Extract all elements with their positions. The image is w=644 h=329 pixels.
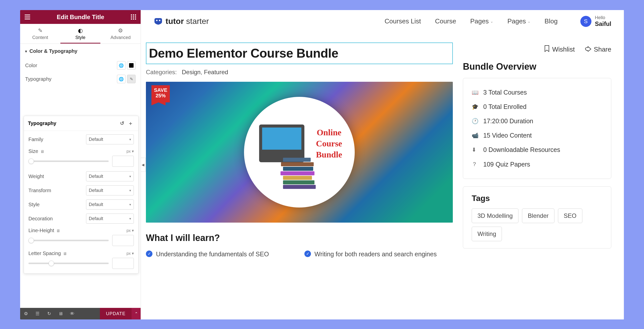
hero-text: Online Course Bundle [316, 127, 342, 160]
learn-item: ✓Writing for both readers and search eng… [304, 250, 453, 259]
desktop-icon[interactable]: 🖥 [63, 252, 67, 256]
panel-title: Edit Bundle Title [57, 14, 104, 21]
weight-select[interactable]: Default [86, 171, 134, 181]
panel-header: Edit Bundle Title [20, 10, 141, 24]
collapse-panel-icon[interactable]: ◀ [141, 158, 146, 172]
bundle-hero-image: SAVE 25% [146, 82, 453, 223]
tab-content[interactable]: ✎Content [20, 24, 60, 44]
hamburger-icon[interactable] [25, 15, 30, 19]
style-select[interactable]: Default [86, 199, 134, 210]
site-header: tutor starter Courses List Course Pages⌄… [141, 10, 624, 32]
greeting: Hello [595, 15, 611, 20]
overview-card: 📖3 Total Courses 🎓0 Total Enrolled 🕐17:2… [463, 78, 611, 179]
transform-label: Transform [28, 188, 51, 193]
video-icon: 📹 [472, 132, 478, 139]
books-graphic [283, 157, 318, 190]
color-swatch[interactable] [127, 61, 136, 70]
nav-pages-1[interactable]: Pages⌄ [470, 17, 493, 25]
tab-advanced[interactable]: ⚙Advanced [100, 24, 141, 44]
bundle-title-widget[interactable]: Demo Elementor Course Bundle [146, 43, 453, 64]
learn-item: ✓Understanding the fundamentals of SEO [146, 250, 294, 259]
size-slider[interactable] [28, 160, 109, 162]
tab-style[interactable]: ◐Style [60, 24, 101, 44]
desktop-icon[interactable]: 🖥 [56, 229, 60, 233]
lineheight-slider[interactable] [28, 240, 109, 241]
history-icon[interactable]: ↻ [43, 311, 55, 316]
navigator-icon[interactable]: ☰ [32, 311, 43, 316]
transform-select[interactable]: Default [86, 185, 134, 195]
row-typography: Typography 🌐 ✎ [20, 72, 141, 86]
svg-point-1 [159, 20, 160, 21]
overview-item: 🕐17:20:00 Duration [472, 114, 602, 128]
size-unit[interactable]: px ▾ [127, 149, 134, 154]
user-menu[interactable]: S Hello Saiful [580, 15, 611, 27]
site-logo[interactable]: tutor starter [153, 17, 209, 26]
category-link[interactable]: Design [182, 69, 201, 75]
chevron-down-icon: ⌄ [490, 19, 493, 23]
lineheight-unit[interactable]: px ▾ [127, 228, 134, 233]
globe-icon[interactable]: 🌐 [117, 61, 126, 70]
tags-card: Tags 3D Modelling Blender SEO Writing [463, 186, 611, 249]
tag[interactable]: SEO [558, 209, 582, 223]
contrast-icon: ◐ [60, 27, 101, 34]
tags-title: Tags [472, 194, 602, 203]
globe-icon[interactable]: 🌐 [117, 75, 126, 83]
settings-icon[interactable]: ⚙ [20, 311, 32, 316]
share-icon [585, 46, 591, 53]
family-label: Family [28, 137, 43, 142]
letterspacing-input[interactable] [112, 258, 134, 269]
nav-courses-list[interactable]: Courses List [385, 17, 421, 25]
category-link[interactable]: Featured [204, 69, 228, 75]
monitor-graphic [259, 125, 304, 162]
logo-icon [153, 18, 163, 25]
svg-point-0 [156, 20, 158, 21]
desktop-icon[interactable]: 🖥 [40, 149, 44, 154]
tag[interactable]: 3D Modelling [472, 209, 518, 223]
avatar: S [580, 16, 591, 27]
letterspacing-unit[interactable]: px ▾ [127, 251, 134, 256]
overview-item: 📖3 Total Courses [472, 85, 602, 100]
section-color-typography[interactable]: ▾ Color & Typography [20, 44, 141, 59]
row-color: Color 🌐 [20, 59, 141, 72]
panel-tabs: ✎Content ◐Style ⚙Advanced [20, 24, 141, 44]
preview-icon[interactable]: 👁 [66, 311, 78, 316]
style-label: Style [28, 202, 39, 208]
overview-item: ？109 Quiz Papers [472, 157, 602, 172]
add-icon[interactable]: ＋ [127, 119, 134, 127]
family-select[interactable]: Default [86, 134, 134, 144]
reset-icon[interactable]: ↺ [118, 119, 126, 127]
edit-typography-icon[interactable]: ✎ [127, 75, 136, 83]
decoration-label: Decoration [28, 216, 53, 222]
chevron-down-icon: ⌄ [528, 19, 531, 23]
username: Saiful [595, 20, 611, 27]
bookmark-icon [544, 45, 550, 54]
share-button[interactable]: Share [585, 45, 611, 54]
lineheight-input[interactable] [112, 235, 134, 246]
nav-blog[interactable]: Blog [545, 17, 558, 25]
gear-icon: ⚙ [100, 27, 141, 34]
update-options-icon[interactable]: ⌃ [132, 308, 141, 319]
wishlist-button[interactable]: Wishlist [544, 45, 575, 54]
check-icon: ✓ [146, 251, 152, 257]
size-input[interactable] [112, 156, 134, 167]
apps-grid-icon[interactable] [131, 14, 136, 20]
tag[interactable]: Blender [522, 209, 554, 223]
overview-item: ⬇0 Downloadable Resources [472, 143, 602, 157]
typography-popover: Typography ↺ ＋ Family Default Size🖥 px ▾ [24, 116, 139, 274]
overview-item: 🎓0 Total Enrolled [472, 100, 602, 114]
bundle-title: Demo Elementor Course Bundle [149, 46, 450, 61]
decoration-select[interactable]: Default [86, 214, 134, 224]
nav-pages-2[interactable]: Pages⌄ [507, 17, 531, 25]
tag[interactable]: Writing [472, 227, 502, 241]
responsive-icon[interactable]: 🖥 [55, 311, 66, 316]
nav-course[interactable]: Course [435, 17, 456, 25]
learn-section: What I will learn? ✓Understanding the fu… [146, 233, 453, 259]
letterspacing-slider[interactable] [28, 263, 109, 264]
elementor-panel: Edit Bundle Title ✎Content ◐Style ⚙Advan… [20, 10, 141, 319]
update-button[interactable]: UPDATE [100, 308, 132, 319]
overview-item: 📹15 Video Content [472, 128, 602, 143]
lineheight-label: Line-Height [28, 228, 54, 233]
size-label: Size [28, 148, 38, 154]
main-nav: Courses List Course Pages⌄ Pages⌄ Blog [385, 17, 558, 25]
learn-title: What I will learn? [146, 233, 453, 243]
